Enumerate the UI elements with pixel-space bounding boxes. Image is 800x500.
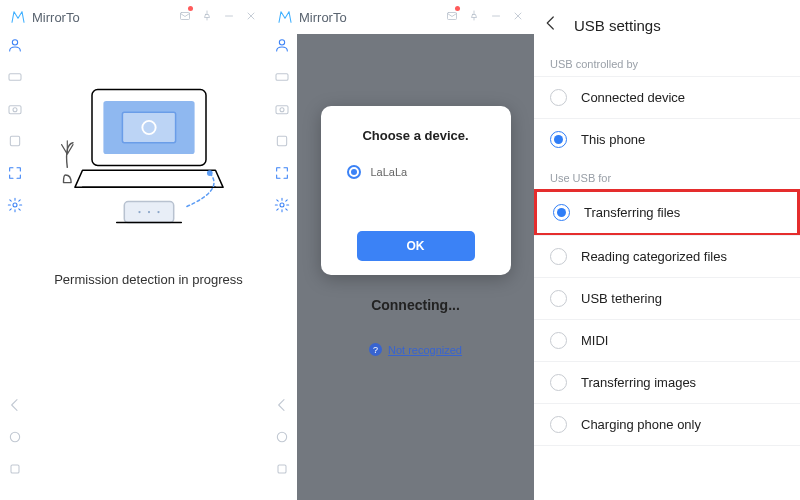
use-option-charging-only[interactable]: Charging phone only <box>534 403 800 446</box>
svg-rect-20 <box>448 13 457 20</box>
use-option-transferring-images[interactable]: Transferring images <box>534 361 800 403</box>
radio-icon <box>550 290 567 307</box>
use-option-midi[interactable]: MIDI <box>534 319 800 361</box>
svg-point-26 <box>280 203 284 207</box>
laptop-phone-illustration <box>54 80 244 246</box>
pin-icon[interactable] <box>468 8 480 26</box>
radio-icon <box>550 332 567 349</box>
sidebar-camera-icon[interactable] <box>273 100 291 118</box>
app-brand: MirrorTo <box>277 9 347 25</box>
back-icon[interactable] <box>542 14 560 36</box>
app-name: MirrorTo <box>299 10 347 25</box>
sidebar-settings-icon[interactable] <box>273 196 291 214</box>
section-controlled-label: USB controlled by <box>534 46 800 76</box>
sidebar-keyboard-icon[interactable] <box>273 68 291 86</box>
pin-icon[interactable] <box>201 8 213 26</box>
nav-recent-icon[interactable] <box>6 460 24 478</box>
nav-recent-icon[interactable] <box>273 460 291 478</box>
svg-point-15 <box>138 211 140 213</box>
left-sidebar <box>0 30 30 496</box>
option-label: Reading categorized files <box>581 249 727 264</box>
svg-point-27 <box>277 432 286 441</box>
not-recognized-label: Not recognized <box>388 344 462 356</box>
option-label: Connected device <box>581 90 685 105</box>
svg-rect-3 <box>9 106 21 114</box>
sidebar-user-icon[interactable] <box>6 36 24 54</box>
sidebar-rectangle-icon[interactable] <box>6 132 24 150</box>
option-label: This phone <box>581 132 645 147</box>
sidebar-fullscreen-icon[interactable] <box>273 164 291 182</box>
close-icon[interactable] <box>512 8 524 26</box>
controlled-option-this-phone[interactable]: This phone <box>534 118 800 160</box>
svg-point-24 <box>280 108 284 112</box>
svg-point-6 <box>13 203 17 207</box>
svg-point-17 <box>157 211 159 213</box>
section-use-label: Use USB for <box>534 160 800 190</box>
sidebar-fullscreen-icon[interactable] <box>6 164 24 182</box>
sidebar-settings-icon[interactable] <box>6 196 24 214</box>
sidebar-user-icon[interactable] <box>273 36 291 54</box>
mirrorto-logo-icon <box>10 9 26 25</box>
titlebar-mid: MirrorTo <box>267 0 534 30</box>
svg-point-7 <box>10 432 19 441</box>
connecting-status: Connecting... <box>371 297 460 313</box>
mail-icon[interactable] <box>179 8 191 26</box>
app-brand: MirrorTo <box>10 9 80 25</box>
option-label: Charging phone only <box>581 417 701 432</box>
svg-rect-0 <box>181 13 190 20</box>
option-label: MIDI <box>581 333 608 348</box>
svg-rect-28 <box>278 465 286 473</box>
usb-settings-header: USB settings <box>534 0 800 46</box>
minimize-icon[interactable] <box>490 8 502 26</box>
svg-rect-5 <box>10 136 19 145</box>
use-option-usb-tethering[interactable]: USB tethering <box>534 277 800 319</box>
option-label: USB tethering <box>581 291 662 306</box>
sidebar-keyboard-icon[interactable] <box>6 68 24 86</box>
device-option[interactable]: LaLaLa <box>337 165 495 179</box>
svg-point-4 <box>13 108 17 112</box>
nav-back-icon[interactable] <box>6 396 24 414</box>
sidebar-camera-icon[interactable] <box>6 100 24 118</box>
radio-icon <box>550 248 567 265</box>
device-name-label: LaLaLa <box>371 166 408 178</box>
svg-rect-8 <box>11 465 19 473</box>
radio-checked-icon <box>550 131 567 148</box>
svg-point-1 <box>12 40 17 45</box>
option-label: Transferring images <box>581 375 696 390</box>
radio-icon <box>550 374 567 391</box>
close-icon[interactable] <box>245 8 257 26</box>
usb-settings-title: USB settings <box>574 17 661 34</box>
svg-rect-2 <box>9 74 21 81</box>
controlled-option-connected-device[interactable]: Connected device <box>534 76 800 118</box>
minimize-icon[interactable] <box>223 8 235 26</box>
nav-back-icon[interactable] <box>273 396 291 414</box>
titlebar-left: MirrorTo <box>0 0 267 30</box>
svg-rect-11 <box>122 112 175 142</box>
sidebar-rectangle-icon[interactable] <box>273 132 291 150</box>
radio-icon <box>550 416 567 433</box>
ok-button[interactable]: OK <box>357 231 475 261</box>
nav-home-icon[interactable] <box>6 428 24 446</box>
mirrorto-logo-icon <box>277 9 293 25</box>
svg-point-21 <box>279 40 284 45</box>
radio-checked-icon <box>347 165 361 179</box>
option-label: Transferring files <box>584 205 680 220</box>
use-option-reading-categorized[interactable]: Reading categorized files <box>534 235 800 277</box>
svg-rect-22 <box>276 74 288 81</box>
svg-rect-23 <box>276 106 288 114</box>
app-name: MirrorTo <box>32 10 80 25</box>
permission-status-text: Permission detection in progress <box>30 272 267 287</box>
nav-home-icon[interactable] <box>273 428 291 446</box>
choose-device-dialog: Choose a device. LaLaLa OK <box>321 106 511 275</box>
svg-point-19 <box>206 170 212 176</box>
not-recognized-link[interactable]: ? Not recognized <box>369 343 462 356</box>
help-icon: ? <box>369 343 382 356</box>
svg-point-16 <box>147 211 149 213</box>
dialog-title: Choose a device. <box>337 128 495 143</box>
svg-rect-25 <box>277 136 286 145</box>
use-option-transferring-files[interactable]: Transferring files <box>534 189 800 236</box>
mail-icon[interactable] <box>446 8 458 26</box>
radio-icon <box>550 89 567 106</box>
mid-sidebar <box>267 30 297 496</box>
radio-checked-icon <box>553 204 570 221</box>
